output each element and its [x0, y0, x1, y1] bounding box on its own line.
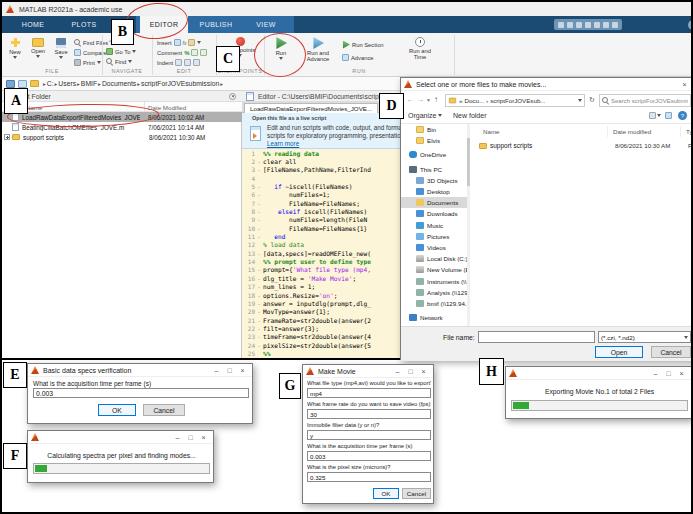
breadcrumb-item[interactable]: Documents [102, 80, 136, 87]
breadcrumb-item[interactable]: Docu... [464, 97, 484, 104]
sidebar-item-onedrive[interactable]: OneDrive [401, 149, 467, 160]
insert-button[interactable]: Insert fx [157, 38, 201, 47]
redo-icon[interactable] [603, 22, 609, 28]
tab-publish[interactable]: PUBLISH [190, 16, 242, 33]
run-and-time-button[interactable]: Run and Time [402, 37, 438, 61]
minimize-icon[interactable]: – [391, 366, 404, 377]
minimize-icon[interactable]: – [210, 365, 223, 376]
fx-icon[interactable]: fx [183, 40, 187, 46]
learn-more-link[interactable]: Learn more [267, 140, 299, 147]
sidebar-item-documents[interactable]: Documents [401, 197, 467, 208]
ok-button[interactable]: OK [373, 488, 399, 499]
open-button-dialog[interactable]: Open [595, 346, 643, 358]
print-button[interactable]: Print [74, 58, 101, 67]
uncomment-icon[interactable] [191, 49, 198, 56]
nav-up-icon[interactable]: ↑ [434, 95, 438, 104]
sidebar-item-elvis[interactable]: Elvis [401, 135, 467, 146]
view-options-button[interactable] [649, 112, 661, 119]
breadcrumb-item[interactable]: C: [47, 80, 54, 87]
tab-home[interactable]: HOME [8, 16, 58, 33]
nav-back-icon[interactable]: ← [406, 95, 414, 104]
ok-button[interactable]: OK [98, 404, 136, 416]
open-button[interactable]: Open [27, 38, 49, 58]
minimize-icon[interactable]: – [171, 432, 184, 443]
new-folder-button[interactable]: New folder [453, 112, 486, 119]
comment-button[interactable]: Comment % [157, 48, 207, 57]
field-input[interactable]: mp4 [307, 388, 431, 398]
nav-forward-icon[interactable]: → [416, 95, 424, 104]
field-input[interactable]: 30 [307, 409, 431, 419]
sidebar-item-instruments-12[interactable]: Instruments (\\12 [401, 275, 467, 286]
close-icon[interactable]: × [675, 368, 688, 379]
browse-folder-icon[interactable] [30, 80, 39, 87]
nav-history-caret-icon[interactable]: ▼ [426, 97, 431, 103]
quick-access-toolbar[interactable] [554, 19, 622, 30]
insert-image-icon[interactable] [188, 39, 195, 46]
sidebar-item-videos[interactable]: Videos [401, 242, 467, 253]
preview-pane-icon[interactable] [665, 112, 672, 119]
sidebar-item-3d-objects[interactable]: 3D Objects [401, 175, 467, 186]
file-name-input[interactable] [478, 331, 595, 343]
list-column-date[interactable]: Date modified [613, 128, 651, 135]
insert-section-icon[interactable] [174, 39, 181, 46]
maximize-icon[interactable]: □ [662, 368, 675, 379]
file-type-filter[interactable]: (*.czi, *.nd2) [598, 331, 691, 343]
breadcrumb-item[interactable]: scriptForJOVEsub... [490, 97, 545, 104]
help-circle-icon[interactable] [688, 20, 693, 30]
acquisition-time-input[interactable]: 0.003 [33, 388, 249, 398]
advance-button[interactable]: Advance [342, 53, 374, 62]
wrap-comment-icon[interactable] [200, 49, 207, 56]
find-files-button[interactable]: Find Files [74, 38, 108, 47]
cancel-button-dialog[interactable]: Cancel [651, 346, 691, 358]
tab-view[interactable]: VIEW [244, 16, 288, 33]
indent-left-icon[interactable] [193, 59, 200, 66]
run-section-button[interactable]: Run Section [342, 40, 384, 49]
sidebar-item-downloads[interactable]: Downloads [401, 208, 467, 219]
breadcrumb-collapse-icon[interactable]: » [459, 97, 462, 104]
sidebar-item-music[interactable]: Music [401, 220, 467, 231]
copy-icon[interactable] [576, 22, 582, 28]
help-icon[interactable]: ? [678, 111, 687, 120]
dialog-address-bar[interactable]: »Docu...›scriptForJOVEsub... [445, 94, 585, 107]
panel-menu-icon[interactable] [229, 93, 236, 100]
dialog-search-input[interactable]: Search scriptForJOVEsubmiss... [599, 94, 691, 107]
close-icon[interactable]: × [417, 366, 430, 377]
save-icon[interactable] [558, 22, 564, 28]
paste-icon[interactable] [585, 22, 591, 28]
sidebar-item-desktop[interactable]: Desktop [401, 186, 467, 197]
cancel-button[interactable]: Cancel [402, 488, 431, 499]
field-input[interactable]: 0.325 [307, 472, 431, 482]
indent-button[interactable]: Indent [157, 58, 200, 67]
comment-percent-icon[interactable]: % [184, 50, 189, 56]
maximize-icon[interactable]: □ [223, 365, 236, 376]
organize-button[interactable]: Organize [408, 112, 442, 119]
dialog-breadcrumb[interactable]: »Docu...›scriptForJOVEsub... [459, 97, 545, 104]
close-icon[interactable]: × [236, 365, 249, 376]
forward-nav-icon[interactable] [18, 80, 27, 88]
close-icon[interactable]: × [197, 432, 210, 443]
smart-indent-icon[interactable] [175, 59, 182, 66]
save-button[interactable]: Save [51, 38, 71, 59]
sidebar-item-pictures[interactable]: Pictures [401, 231, 467, 242]
go-to-button[interactable]: Go To [106, 47, 136, 56]
file-row[interactable]: support scripts8/06/2021 10:30 AM [2, 132, 242, 142]
cut-icon[interactable] [567, 22, 573, 28]
maximize-icon[interactable]: □ [404, 366, 417, 377]
switch-windows-icon[interactable] [612, 22, 618, 28]
breadcrumb-item[interactable]: BMIF [81, 80, 97, 87]
editor-file-tab[interactable]: LoadRawDataExportFilteredMovies_JOVE... [244, 103, 378, 113]
breadcrumb-item[interactable]: scriptForJOVEsubmission [141, 80, 219, 87]
close-icon[interactable]: × [678, 79, 691, 90]
refresh-icon[interactable]: ↻ [589, 96, 595, 104]
file-list-row[interactable]: support scripts 8/06/2021 10:30 AM File … [477, 140, 693, 151]
list-column-name[interactable]: Name [483, 128, 500, 135]
open-as-live-script-link[interactable]: Open this file as a live script [252, 115, 326, 121]
sidebar-item-local-disk-c[interactable]: Local Disk (C:) [401, 253, 467, 264]
field-input[interactable]: y [307, 430, 431, 440]
find-button[interactable]: Find [106, 57, 132, 66]
indent-right-icon[interactable] [184, 59, 191, 66]
back-nav-icon[interactable] [6, 80, 15, 88]
maximize-icon[interactable]: □ [184, 432, 197, 443]
sidebar-item-new-volume-e[interactable]: New Volume (E:) [401, 264, 467, 275]
sidebar-item-bmif-129-94-1[interactable]: bmif (\\129.94.1 [401, 298, 467, 309]
